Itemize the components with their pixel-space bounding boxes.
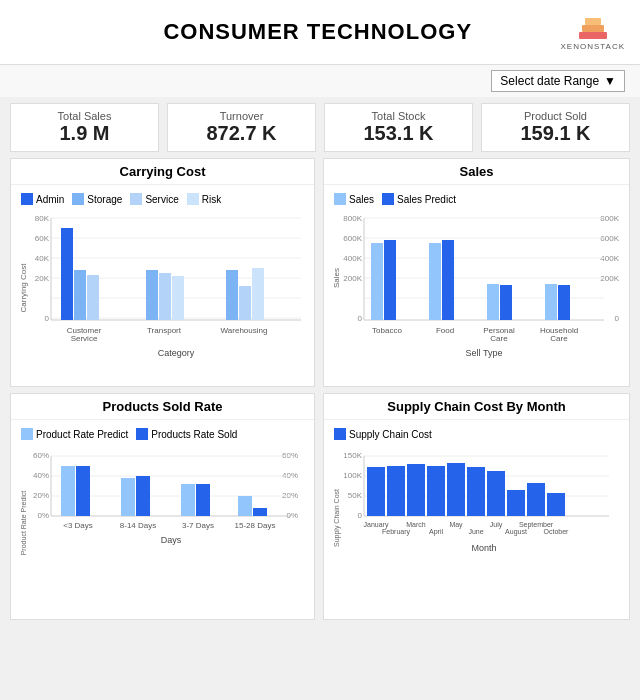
svg-rect-104 [427,466,445,516]
svg-text:800K: 800K [343,214,362,223]
svg-text:Days: Days [161,535,182,545]
products-sold-rate-content: Product Rate Predict Products Rate Sold … [11,420,314,619]
supply-chain-swatch [334,428,346,440]
legend-storage: Storage [72,193,122,205]
svg-text:July: July [490,521,503,529]
svg-text:March: March [406,521,426,528]
svg-text:Month: Month [471,543,496,553]
products-sold-rate-title: Products Sold Rate [11,394,314,420]
svg-text:Service: Service [71,334,98,343]
date-range-selector[interactable]: Select date Range ▼ [491,70,625,92]
svg-text:60K: 60K [35,234,50,243]
kpi-total-sales: Total Sales 1.9 M [10,103,159,152]
carrying-cost-chart: Carrying Cost 80K 60K 40K 20K 0 [16,208,306,363]
dropdown-icon: ▼ [604,74,616,88]
kpi-total-sales-label: Total Sales [21,110,148,122]
carrying-cost-legend: Admin Storage Service Risk [16,190,309,208]
kpi-product-sold-value: 159.1 K [492,122,619,145]
legend-sales-label: Sales [349,194,374,205]
legend-rate-sold-label: Products Rate Sold [151,429,237,440]
svg-rect-79 [76,466,90,516]
svg-text:Carrying Cost: Carrying Cost [19,263,28,313]
legend-service: Service [130,193,178,205]
legend-admin: Admin [21,193,64,205]
svg-text:Product Rate Predict: Product Rate Predict [20,491,27,556]
page-title: CONSUMER TECHNOLOGY [75,19,560,45]
svg-rect-102 [387,466,405,516]
sales-predict-swatch [382,193,394,205]
svg-text:200K: 200K [343,274,362,283]
rate-predict-swatch [21,428,33,440]
svg-rect-17 [61,228,73,320]
kpi-turnover: Turnover 872.7 K [167,103,316,152]
svg-text:Category: Category [158,348,195,358]
supply-chain-legend: Supply Chain Cost [329,425,624,443]
sales-title: Sales [324,159,629,185]
svg-text:October: October [544,528,570,535]
svg-text:May: May [449,521,463,529]
svg-text:60%: 60% [33,451,49,460]
legend-service-label: Service [145,194,178,205]
svg-text:Food: Food [436,326,454,335]
svg-rect-103 [407,464,425,516]
risk-swatch [187,193,199,205]
storage-swatch [72,193,84,205]
svg-rect-50 [384,240,396,320]
supply-chain-content: Supply Chain Cost Supply Chain Cost 150K… [324,420,629,619]
svg-rect-56 [558,285,570,320]
logo: XENONSTACK [560,14,625,51]
svg-rect-51 [429,243,441,320]
svg-text:8-14 Days: 8-14 Days [120,521,156,530]
svg-text:Care: Care [490,334,508,343]
sales-swatch [334,193,346,205]
kpi-total-stock-label: Total Stock [335,110,462,122]
svg-text:Transport: Transport [147,326,182,335]
svg-rect-109 [527,483,545,516]
sales-content: Sales Sales Predict 800K 600K 400K 200K … [324,185,629,386]
svg-text:50K: 50K [348,491,363,500]
svg-text:0: 0 [45,314,50,323]
svg-rect-25 [252,268,264,320]
svg-text:Warehousing: Warehousing [221,326,268,335]
dashboard: CONSUMER TECHNOLOGY XENONSTACK Select da… [0,0,640,700]
legend-rate-predict: Product Rate Predict [21,428,128,440]
legend-storage-label: Storage [87,194,122,205]
svg-rect-82 [181,484,195,516]
carrying-cost-content: Admin Storage Service Risk [11,185,314,386]
products-sold-legend: Product Rate Predict Products Rate Sold [16,425,309,443]
legend-risk: Risk [187,193,221,205]
products-sold-rate-panel: Products Sold Rate Product Rate Predict … [10,393,315,620]
svg-rect-106 [467,467,485,516]
bottom-charts-row: Products Sold Rate Product Rate Predict … [0,393,640,628]
svg-rect-80 [121,478,135,516]
top-charts-row: Carrying Cost Admin Storage Service [0,158,640,393]
legend-supply-chain: Supply Chain Cost [334,428,432,440]
supply-chain-chart: Supply Chain Cost 150K 100K 50K 0 [329,443,624,598]
sales-chart: 800K 600K 400K 200K 0 800K 600K 400K 200… [329,208,624,363]
header: CONSUMER TECHNOLOGY XENONSTACK [0,0,640,65]
svg-rect-24 [239,286,251,320]
svg-rect-107 [487,471,505,516]
svg-text:600K: 600K [343,234,362,243]
svg-rect-101 [367,467,385,516]
svg-text:40%: 40% [33,471,49,480]
legend-sales-predict: Sales Predict [382,193,456,205]
kpi-row: Total Sales 1.9 M Turnover 872.7 K Total… [0,97,640,158]
products-sold-chart: Product Rate Predict 60% 40% 20% 0% 60% … [16,443,306,598]
svg-text:Sell Type: Sell Type [466,348,503,358]
svg-text:0: 0 [615,314,620,323]
svg-rect-21 [159,273,171,320]
svg-rect-83 [196,484,210,516]
kpi-total-stock: Total Stock 153.1 K [324,103,473,152]
svg-rect-19 [87,275,99,320]
svg-rect-49 [371,243,383,320]
svg-rect-23 [226,270,238,320]
svg-text:400K: 400K [343,254,362,263]
svg-text:80K: 80K [35,214,50,223]
svg-text:June: June [468,528,483,535]
rate-sold-swatch [136,428,148,440]
legend-rate-predict-label: Product Rate Predict [36,429,128,440]
svg-text:20K: 20K [35,274,50,283]
svg-rect-108 [507,490,525,516]
svg-text:3-7 Days: 3-7 Days [182,521,214,530]
